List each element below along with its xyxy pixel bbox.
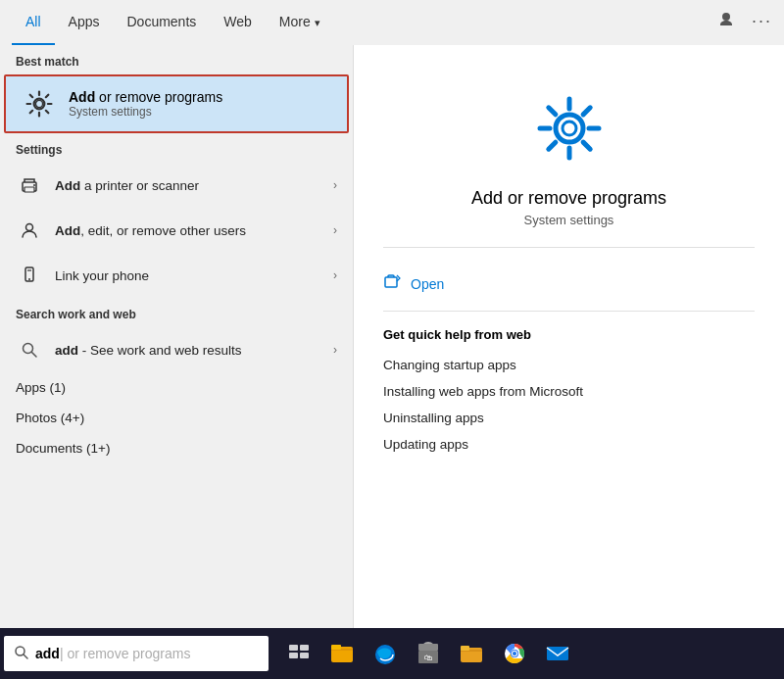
nav-tabs: All Apps Documents Web More ··· (0, 0, 784, 45)
svg-point-4 (33, 184, 35, 186)
taskbar-search-box[interactable]: add| or remove programs (4, 636, 269, 671)
web-search-arrow-icon: › (333, 343, 337, 357)
taskbar-taskview-icon[interactable] (280, 635, 318, 672)
tab-web[interactable]: Web (210, 0, 266, 45)
taskbar-icons: 🛍 (280, 635, 576, 672)
right-panel: Add or remove programs System settings O… (353, 45, 784, 679)
taskbar-placeholder-text: | or remove programs (60, 646, 191, 661)
nav-right-icons: ··· (716, 11, 772, 35)
web-search-text: add - See work and web results (55, 343, 242, 358)
right-panel-subtitle: System settings (524, 213, 614, 227)
tab-all[interactable]: All (12, 0, 55, 45)
svg-rect-18 (289, 653, 298, 658)
best-match-item[interactable]: Add or remove programs System settings (4, 74, 349, 133)
right-panel-divider (383, 247, 755, 248)
right-panel-gear-icon (525, 84, 613, 172)
svg-rect-21 (331, 645, 341, 650)
users-icon (16, 217, 43, 244)
tab-more[interactable]: More (266, 0, 334, 45)
best-match-gear-icon (22, 86, 57, 121)
category-apps[interactable]: Apps (1) (0, 372, 353, 403)
taskbar-search-icon (14, 645, 29, 663)
more-dropdown-icon (315, 14, 320, 29)
svg-rect-16 (289, 645, 298, 651)
best-match-subtitle: System settings (69, 105, 222, 119)
settings-item-printer[interactable]: Add a printer or scanner › (0, 163, 353, 208)
printer-arrow-icon: › (333, 178, 337, 192)
svg-rect-3 (24, 187, 34, 192)
users-label: Add, edit, or remove other users (55, 223, 246, 238)
taskbar-store-icon[interactable]: 🛍 (410, 635, 447, 672)
open-icon (383, 273, 401, 295)
quick-help-title: Get quick help from web (383, 327, 755, 342)
web-search-icon (16, 336, 43, 364)
quick-help-item-0[interactable]: Changing startup apps (383, 352, 755, 378)
svg-point-1 (35, 100, 42, 107)
svg-text:🛍: 🛍 (424, 654, 432, 662)
svg-rect-33 (547, 647, 568, 660)
feedback-icon[interactable] (716, 11, 736, 35)
svg-rect-13 (385, 277, 397, 287)
phone-icon (16, 262, 43, 289)
phone-label: Link your phone (55, 268, 149, 283)
svg-point-11 (556, 115, 583, 142)
svg-line-10 (32, 353, 37, 358)
web-search-item[interactable]: add - See work and web results › (0, 327, 353, 372)
open-label: Open (411, 276, 444, 292)
best-match-title: Add or remove programs (69, 89, 222, 105)
taskbar: add| or remove programs (0, 628, 784, 679)
svg-point-5 (26, 224, 33, 231)
svg-point-32 (513, 652, 516, 655)
taskbar-search-text: add| or remove programs (35, 646, 190, 661)
taskbar-filemanager-icon[interactable] (323, 635, 361, 672)
taskbar-edge-icon[interactable] (367, 635, 404, 672)
content-area: Best match Add or remove programs System… (0, 45, 784, 679)
quick-help-item-3[interactable]: Updating apps (383, 431, 755, 458)
best-match-label: Best match (0, 45, 353, 74)
taskbar-typed-text: add (35, 646, 60, 661)
svg-rect-19 (300, 653, 309, 658)
phone-arrow-icon: › (333, 268, 337, 282)
svg-line-15 (24, 655, 27, 658)
right-panel-title: Add or remove programs (471, 188, 666, 209)
open-action[interactable]: Open (383, 264, 755, 305)
best-match-text: Add or remove programs System settings (69, 89, 222, 119)
more-options-icon[interactable]: ··· (752, 11, 772, 35)
tab-apps[interactable]: Apps (55, 0, 114, 45)
quick-help-item-2[interactable]: Uninstalling apps (383, 405, 755, 431)
svg-point-7 (28, 278, 30, 280)
svg-rect-17 (300, 645, 309, 651)
users-arrow-icon: › (333, 223, 337, 237)
taskbar-explorer-icon[interactable] (453, 635, 490, 672)
quick-help-item-1[interactable]: Installing web apps from Microsoft (383, 378, 755, 405)
printer-label: Add a printer or scanner (55, 178, 199, 193)
printer-icon (16, 171, 43, 199)
search-web-label: Search work and web (0, 298, 353, 327)
search-panel: All Apps Documents Web More ··· Best mat… (0, 0, 784, 679)
right-panel-divider2 (383, 311, 755, 312)
svg-rect-24 (418, 644, 438, 651)
category-documents[interactable]: Documents (1+) (0, 433, 353, 463)
settings-item-users[interactable]: Add, edit, or remove other users › (0, 208, 353, 253)
taskbar-mail-icon[interactable] (539, 635, 576, 672)
left-panel: Best match Add or remove programs System… (0, 45, 353, 679)
settings-section-label: Settings (0, 133, 353, 163)
tab-documents[interactable]: Documents (113, 0, 210, 45)
svg-point-12 (563, 121, 576, 135)
category-photos[interactable]: Photos (4+) (0, 403, 353, 433)
svg-rect-27 (461, 646, 469, 651)
settings-item-phone[interactable]: Link your phone › (0, 253, 353, 298)
taskbar-chrome-icon[interactable] (496, 635, 533, 672)
